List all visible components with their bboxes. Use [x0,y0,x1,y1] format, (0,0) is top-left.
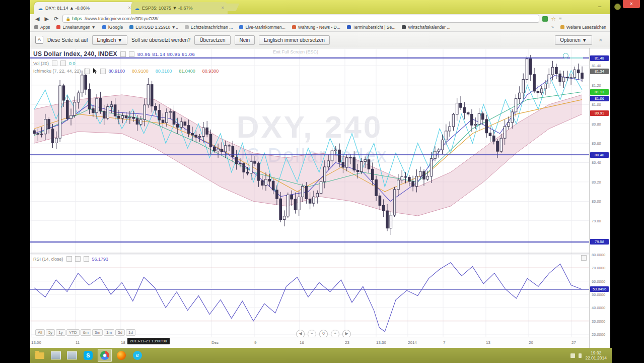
bookmark-item[interactable]: Live-Marktkommen... [239,25,285,30]
tradingview-cloud-icon: ☁ [134,6,139,11]
back-icon[interactable]: ◀ [34,15,40,22]
tab-esp35[interactable]: ☁ ESP35: 10275 ▼ -0.67% × [131,2,228,14]
legend-toggle-icon[interactable] [84,69,90,74]
bookmark-item[interactable]: Wirtschaftskalender ... [402,25,450,30]
legend-toggle-icon[interactable] [52,60,57,66]
restore-button[interactable] [614,4,621,10]
reload-icon[interactable]: ⟳ [53,15,59,22]
snapshot-icon[interactable] [563,51,583,60]
rsi-tick-label: 50.0000 [592,292,605,297]
legend-toggle-icon[interactable] [66,256,72,262]
price-axis[interactable]: 81.4081.2081.0080.8080.6080.4080.2080.00… [589,48,610,348]
forward-icon[interactable]: ▶ [43,15,49,22]
time-tooltip: 2013-11-21 13:00:00 [127,338,170,344]
symbol-legend-row: US Dollar Index, 240, INDEX 80.95 81.14 … [33,50,195,57]
legend-toggle-icon[interactable] [129,51,134,57]
bookmark-favicon-icon [347,25,351,29]
translate-close-icon[interactable]: × [599,37,602,43]
rsi-expand-icon[interactable] [581,255,587,261]
extension-icon[interactable] [542,16,548,22]
rsi-tick-label: 30.0000 [592,319,605,324]
bookmark-item[interactable]: iGoogle [102,25,123,30]
rsi-badge: 53.8496 [590,286,609,292]
close-window-button[interactable]: × [623,0,640,8]
rsi-tick-label: 60.0000 [592,279,605,284]
taskbar-skype-icon[interactable]: S [82,349,95,361]
bookmark-favicon-icon [34,25,38,29]
symbol-title[interactable]: US Dollar Index, 240, INDEX [33,50,117,57]
bookmark-item[interactable]: Weitere Lesezeichen [560,25,606,30]
screen: ☁ DXY: 81.14 ▲ -0.06% × ☁ ESP35: 10275 ▼… [0,0,644,363]
bookmark-item[interactable]: EURUSD 1.25910 ▼.. [129,25,178,30]
ichimoku-label[interactable]: Ichimoku (7, 22, 44, 22) [33,69,81,74]
translate-no-button[interactable]: Nein [235,35,255,45]
bookmark-label: Echtzeitnachrichten ... [191,25,233,30]
rsi-legend-row: RSI (14, close) 56.1793 [33,256,108,262]
time-axis[interactable]: 13:001118Dez9162313:3020147132027 [30,337,589,348]
bookmarks-overflow-icon[interactable]: » [551,25,554,30]
taskbar-firefox-icon[interactable] [115,349,128,361]
legend-toggle-icon[interactable] [120,51,126,57]
bookmark-favicon-icon [560,25,564,29]
bookmark-item[interactable]: Terminübersicht | Se... [347,25,395,30]
price-badge: 81.13 [590,89,609,95]
range-button-6m[interactable]: 6m [81,329,91,336]
range-selector: All5y1yYTD6m3m1m5d1d [35,327,136,336]
legend-toggle-icon[interactable] [75,256,81,262]
bookmark-item[interactable]: Apps [34,25,50,30]
chart-canvas[interactable] [30,48,589,348]
tray-icon[interactable] [570,353,575,358]
range-button-ytd[interactable]: YTD [66,329,80,336]
price-badge: 80.91 [590,110,609,116]
language-select-button[interactable]: Englisch ▼ [92,35,127,45]
mouse-cursor-icon [93,68,97,74]
translate-text-after: Soll sie übersetzt werden? [131,37,190,43]
ichimoku-value: 81.0400 [179,69,195,74]
translate-options-button[interactable]: Optionen ▼ [555,35,592,45]
range-button-5d[interactable]: 5d [115,329,125,336]
legend-toggle-icon[interactable] [84,256,89,262]
price-tick-label: 80.80 [592,122,601,127]
chrome-menu-icon[interactable]: ≡ [559,16,562,22]
time-axis-label: 16 [300,340,304,345]
time-axis-label: 7 [443,340,445,345]
speaker-icon[interactable] [579,353,582,358]
taskbar-explorer-icon[interactable] [33,349,46,361]
range-button-1d[interactable]: 1d [126,329,135,336]
time-axis-label: 2014 [408,340,417,345]
bookmark-item[interactable]: Erweiterungen ▼ [56,25,96,30]
rsi-label[interactable]: RSI (14, close) [33,257,63,262]
legend-toggle-icon[interactable] [60,60,66,66]
range-button-1y[interactable]: 1y [56,329,65,336]
range-button-3m[interactable]: 3m [92,329,103,336]
new-tab-button[interactable] [223,4,240,11]
bookmark-label: Terminübersicht | Se... [353,25,395,30]
rsi-tick-label: 40.0000 [592,306,605,310]
bookmark-item[interactable]: Echtzeitnachrichten ... [185,25,233,30]
bookmark-star-icon[interactable]: ☆ [551,16,556,22]
range-button-5y[interactable]: 5y [46,329,55,336]
volume-label[interactable]: Vol (20) [33,61,49,66]
bookmark-label: Weitere Lesezeichen [566,25,606,30]
range-button-1m[interactable]: 1m [104,329,114,336]
bookmark-label: Live-Marktkommen... [245,25,285,30]
range-button-all[interactable]: All [35,329,45,336]
time-axis-label: 27 [571,340,576,345]
translate-button[interactable]: Übersetzen [194,35,230,45]
bookmark-favicon-icon [185,25,189,29]
ichimoku-value: 80.9100 [132,69,149,74]
taskbar-chrome-icon[interactable] [98,349,112,362]
translate-text-before: Diese Seite ist auf [47,37,88,43]
padlock-icon: 🔒 [65,17,70,21]
bookmark-favicon-icon [402,25,406,29]
legend-toggle-icon[interactable] [100,69,106,74]
price-badge: 81.34 [590,69,609,74]
translate-always-button[interactable]: Englisch immer übersetzen [259,35,330,45]
taskbar-ie-icon[interactable]: e [131,349,144,361]
address-bar[interactable]: 🔒 https://www.tradingview.com/e/0DLyuO38… [62,15,539,23]
bookmark-item[interactable]: Währung - News - D... [292,25,340,30]
tab-dxy[interactable]: ☁ DXY: 81.14 ▲ -0.06% × [34,2,134,14]
minimize-button[interactable]: – [598,3,601,9]
taskbar-preview-icon[interactable] [49,349,62,361]
taskbar-preview-icon[interactable] [65,349,79,361]
